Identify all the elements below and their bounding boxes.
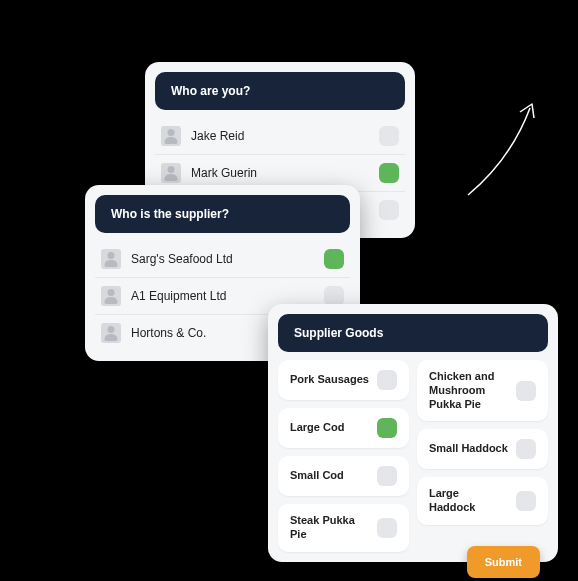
goods-label: Chicken and Mushroom Pukka Pie [429, 370, 508, 411]
checkbox[interactable] [516, 381, 536, 401]
goods-item[interactable]: Small Haddock [417, 429, 548, 469]
card-title: Who is the supplier? [95, 195, 350, 233]
goods-label: Large Cod [290, 421, 344, 435]
goods-item[interactable]: Small Cod [278, 456, 409, 496]
list-item[interactable]: Sarg's Seafood Ltd [95, 241, 350, 277]
checkbox[interactable] [379, 163, 399, 183]
checkbox[interactable] [379, 200, 399, 220]
checkbox[interactable] [377, 518, 397, 538]
goods-label: Large Haddock [429, 487, 508, 515]
checkbox[interactable] [516, 439, 536, 459]
avatar-icon [101, 249, 121, 269]
avatar-icon [101, 323, 121, 343]
person-name: Jake Reid [191, 129, 379, 143]
checkbox[interactable] [379, 126, 399, 146]
goods-item[interactable]: Chicken and Mushroom Pukka Pie [417, 360, 548, 421]
arrow-icon [458, 90, 548, 200]
checkbox[interactable] [377, 370, 397, 390]
checkbox[interactable] [516, 491, 536, 511]
goods-item[interactable]: Steak Pukka Pie [278, 504, 409, 552]
checkbox[interactable] [377, 418, 397, 438]
checkbox[interactable] [324, 249, 344, 269]
avatar-icon [161, 163, 181, 183]
goods-label: Small Haddock [429, 442, 508, 456]
avatar-icon [101, 286, 121, 306]
goods-item[interactable]: Large Cod [278, 408, 409, 448]
checkbox[interactable] [324, 286, 344, 306]
avatar-icon [161, 126, 181, 146]
goods-label: Steak Pukka Pie [290, 514, 369, 542]
card-supplier-goods: Supplier Goods Pork Sausages Large Cod S… [268, 304, 558, 562]
goods-label: Pork Sausages [290, 373, 369, 387]
list-item[interactable]: Jake Reid [155, 118, 405, 154]
person-name: Mark Guerin [191, 166, 379, 180]
checkbox[interactable] [377, 466, 397, 486]
goods-label: Small Cod [290, 469, 344, 483]
card-title: Who are you? [155, 72, 405, 110]
card-title: Supplier Goods [278, 314, 548, 352]
supplier-name: A1 Equipment Ltd [131, 289, 324, 303]
goods-item[interactable]: Large Haddock [417, 477, 548, 525]
supplier-name: Sarg's Seafood Ltd [131, 252, 324, 266]
goods-item[interactable]: Pork Sausages [278, 360, 409, 400]
submit-button[interactable]: Submit [467, 546, 540, 578]
